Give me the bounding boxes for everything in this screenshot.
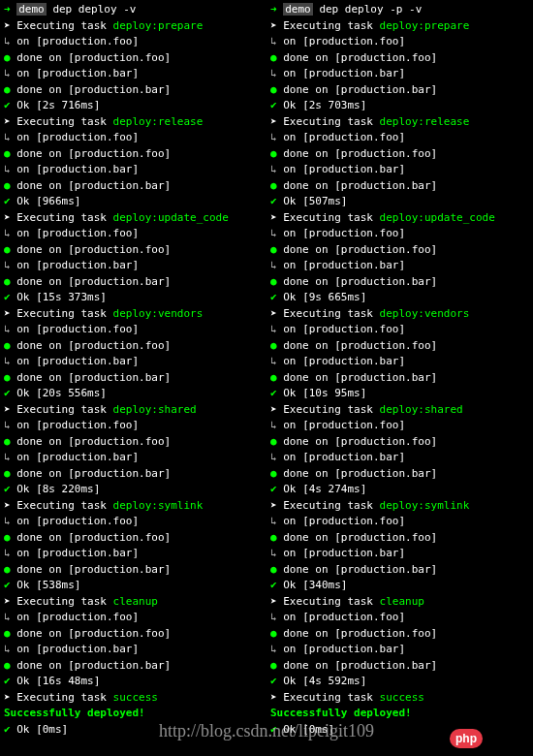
on-host-line: ↳ on [production.foo] — [4, 34, 263, 50]
sub-arrow-icon: ↳ — [270, 35, 277, 47]
ok-line: ✔ Ok [2s 716ms] — [4, 98, 263, 114]
dot-icon: ● — [4, 435, 11, 448]
ok-label: Ok — [16, 195, 29, 207]
sub-arrow-icon: ↳ — [270, 643, 277, 655]
host-bar: [production.bar] — [68, 179, 171, 192]
exec-arrow-icon: ➤ — [270, 691, 277, 704]
on-host-line: ↳ on [production.bar] — [270, 162, 529, 178]
executing-task-line: ➤ Executing task deploy:shared — [4, 402, 263, 419]
host-bar: [production.bar] — [302, 547, 405, 559]
ok-line: ✔ Ok [10s 95ms] — [270, 386, 529, 402]
sub-arrow-icon: ↳ — [4, 451, 11, 463]
task-time: [10s 95ms] — [302, 387, 366, 399]
sub-arrow-icon: ↳ — [270, 323, 277, 335]
task-time: [4s 274ms] — [302, 483, 366, 495]
ok-label: Ok — [16, 387, 29, 399]
on-host-line: ↳ on [production.foo] — [4, 226, 263, 242]
dot-icon: ● — [270, 147, 277, 160]
host-foo: [production.foo] — [302, 227, 405, 239]
host-bar: [production.bar] — [68, 371, 171, 384]
sub-arrow-icon: ↳ — [270, 227, 277, 239]
host-foo: [production.foo] — [334, 435, 437, 448]
dot-icon: ● — [4, 83, 11, 96]
task-time: [340ms] — [302, 579, 347, 591]
dot-icon: ● — [270, 563, 277, 576]
task-name: deploy:release — [113, 115, 204, 128]
host-bar: [production.bar] — [334, 659, 437, 672]
ok-label: Ok — [16, 99, 29, 111]
sub-arrow-icon: ↳ — [270, 131, 277, 143]
dot-icon: ● — [270, 275, 277, 288]
task-name: success — [113, 691, 158, 704]
on-label: on — [16, 643, 29, 655]
task-name: deploy:shared — [380, 403, 463, 416]
exec-arrow-icon: ➤ — [270, 211, 277, 224]
host-bar: [production.bar] — [68, 659, 171, 672]
exec-arrow-icon: ➤ — [270, 595, 277, 608]
executing-label: Executing task — [16, 595, 107, 608]
on-host-line: ↳ on [production.bar] — [270, 66, 529, 82]
check-icon: ✔ — [270, 483, 277, 495]
dot-icon: ● — [270, 467, 277, 480]
ok-label: Ok — [16, 483, 29, 495]
on-label: on — [16, 35, 29, 47]
check-icon: ✔ — [4, 483, 11, 495]
on-host-line: ↳ on [production.foo] — [270, 514, 529, 530]
sub-arrow-icon: ↳ — [4, 35, 11, 47]
ok-line: ✔ Ok [2s 703ms] — [270, 98, 529, 114]
executing-task-line: ➤ Executing task deploy:prepare — [4, 18, 263, 35]
done-label: done on — [16, 371, 61, 384]
dot-icon: ● — [4, 51, 11, 64]
sub-arrow-icon: ↳ — [270, 611, 277, 623]
check-icon: ✔ — [270, 291, 277, 303]
done-host-line: ● done on [production.bar] — [270, 178, 529, 195]
done-host-line: ● done on [production.foo] — [270, 338, 529, 355]
task-name: deploy:prepare — [380, 19, 470, 32]
ok-line: ✔ Ok [966ms] — [4, 194, 263, 210]
sub-arrow-icon: ↳ — [4, 643, 11, 655]
prompt-line: ➜ demo dep deploy -p -v — [270, 2, 529, 18]
host-foo: [production.foo] — [334, 243, 437, 256]
executing-task-line: ➤ Executing task deploy:symlink — [4, 498, 263, 515]
dot-icon: ● — [4, 179, 11, 192]
ok-line: ✔ Ok [16s 48ms] — [4, 674, 263, 690]
executing-label: Executing task — [283, 403, 373, 416]
task-time: [966ms] — [36, 195, 80, 207]
ok-label: Ok — [283, 195, 296, 207]
sub-arrow-icon: ↳ — [4, 547, 11, 559]
prompt-arrow-icon: ➜ — [4, 3, 11, 16]
on-label: on — [283, 259, 296, 271]
on-host-line: ↳ on [production.foo] — [4, 418, 263, 434]
dot-icon: ● — [270, 659, 277, 672]
task-time: [2s 703ms] — [302, 99, 366, 111]
dot-icon: ● — [4, 563, 11, 576]
exec-arrow-icon: ➤ — [270, 115, 277, 128]
on-host-line: ↳ on [production.bar] — [270, 642, 529, 658]
done-label: done on — [283, 275, 328, 288]
done-host-line: ● done on [production.foo] — [4, 530, 263, 547]
ok-label: Ok — [16, 291, 29, 303]
host-bar: [production.bar] — [36, 67, 139, 79]
dot-icon: ● — [270, 435, 277, 448]
host-bar: [production.bar] — [36, 163, 139, 175]
on-label: on — [283, 611, 296, 623]
host-foo: [production.foo] — [334, 627, 437, 640]
exec-arrow-icon: ➤ — [4, 115, 11, 128]
on-label: on — [283, 643, 296, 655]
task-time: [15s 373ms] — [36, 291, 107, 303]
check-icon: ✔ — [4, 675, 11, 687]
on-label: on — [283, 451, 296, 463]
on-label: on — [283, 35, 296, 47]
on-label: on — [16, 323, 29, 335]
done-label: done on — [283, 371, 328, 384]
exec-arrow-icon: ➤ — [270, 403, 277, 416]
done-host-line: ● done on [production.foo] — [270, 530, 529, 547]
done-host-line: ● done on [production.foo] — [270, 242, 529, 259]
dot-icon: ● — [270, 51, 277, 64]
on-label: on — [16, 611, 29, 623]
terminal-columns: ➜ demo dep deploy -v➤ Executing task dep… — [0, 0, 533, 756]
done-label: done on — [283, 179, 328, 192]
host-foo: [production.foo] — [302, 35, 405, 47]
executing-task-line: ➤ Executing task deploy:update_code — [4, 210, 263, 227]
dot-icon: ● — [270, 339, 277, 352]
